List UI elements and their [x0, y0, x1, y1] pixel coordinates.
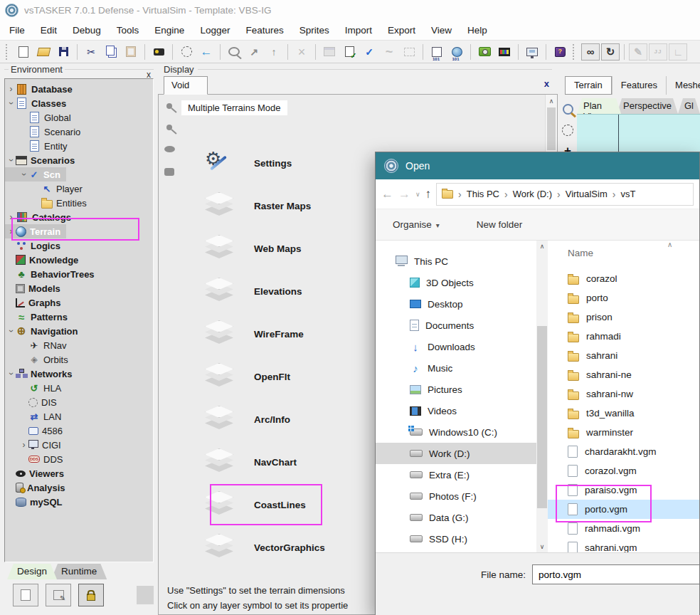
tab-plan-view[interactable]: Plan View [577, 98, 621, 114]
tree-item-hla[interactable]: HLA [5, 381, 67, 395]
menu-sprites[interactable]: Sprites [292, 22, 337, 38]
layers-icon[interactable] [203, 320, 235, 347]
tree-item-cigi[interactable]: › CIGI [5, 438, 67, 452]
world-code-icon[interactable] [447, 43, 466, 61]
new-item-button[interactable] [13, 584, 38, 606]
delete-icon[interactable]: × [292, 43, 311, 61]
tree-item-behaviortrees[interactable]: BehaviorTrees [5, 267, 100, 281]
tree-item-scenarios[interactable]: › Scenarios [5, 153, 80, 167]
layers-icon[interactable] [203, 534, 235, 561]
nav-data-g[interactable]: Data (G:) [376, 507, 536, 528]
tree-item-scenario[interactable]: Scenario [5, 125, 86, 139]
layers-icon[interactable] [203, 235, 235, 262]
paste-icon[interactable] [122, 43, 140, 61]
selection-box-icon[interactable] [400, 43, 418, 61]
file-item-corazol[interactable]: corazol [548, 269, 699, 288]
column-header-name[interactable]: Name [568, 248, 593, 258]
sort-ascending-icon[interactable]: ∧ [667, 241, 672, 248]
scrollbar-thumb[interactable] [547, 107, 556, 150]
nav-documents[interactable]: Documents [376, 315, 536, 336]
up-icon[interactable]: ↑ [265, 43, 283, 61]
scrollbar-thumb[interactable] [537, 326, 547, 508]
nav-ssd-h[interactable]: SSD (H:) [376, 528, 536, 550]
tree-item-entities[interactable]: Entities [5, 196, 92, 210]
nav-videos[interactable]: Videos [376, 400, 536, 421]
shape-tool-icon[interactable] [164, 168, 174, 176]
tab-runtime[interactable]: Runtime [51, 564, 107, 579]
signal-icon[interactable]: ~ [380, 43, 398, 61]
tab-features[interactable]: Features [612, 76, 666, 95]
refresh-icon[interactable] [177, 43, 196, 61]
presentation-icon[interactable] [523, 43, 541, 61]
layer-arcinfo[interactable]: Arc/Info [203, 398, 325, 441]
rotate-icon[interactable] [562, 125, 573, 136]
menu-logger[interactable]: Logger [192, 22, 238, 38]
file-item-t3d-wanilla[interactable]: t3d_wanilla [548, 404, 699, 423]
help-book-icon[interactable] [551, 43, 569, 61]
menu-view[interactable]: View [423, 22, 460, 38]
file-item-rahmadi[interactable]: rahmadi [548, 327, 699, 346]
tree-item-mysql[interactable]: mySQL [5, 495, 68, 509]
menu-features[interactable]: Features [238, 22, 291, 38]
validate-doc-icon[interactable] [340, 43, 359, 61]
scroll-up-icon[interactable]: ∧ [536, 243, 548, 250]
corner-icon[interactable]: ∟ [669, 43, 687, 61]
layer-settings[interactable]: Settings [203, 142, 325, 184]
file-item-sahrani[interactable]: sahrani [548, 346, 699, 365]
crumb-this-pc[interactable]: This PC [456, 189, 499, 200]
tree-item-models[interactable]: Models [5, 281, 66, 295]
menu-import[interactable]: Import [337, 22, 380, 38]
layer-wireframe[interactable]: WireFrame [203, 312, 325, 355]
layers-icon[interactable] [203, 491, 235, 518]
layers-icon[interactable] [203, 406, 235, 433]
tree-item-analysis[interactable]: Analysis [5, 480, 70, 495]
nav-3d-objects[interactable]: 3D Objects [376, 272, 536, 293]
menu-export[interactable]: Export [380, 22, 423, 38]
lasso-icon[interactable] [225, 43, 243, 61]
crumb-virtualsim[interactable]: VirtualSim [555, 189, 608, 200]
layer-elevations[interactable]: Elevations [203, 270, 325, 312]
back-icon[interactable]: ← [197, 43, 216, 61]
breadcrumb[interactable]: This PCWork (D:)VirtualSimvsT [436, 183, 694, 206]
file-item-paraiso-vgm[interactable]: paraiso.vgm [548, 480, 699, 500]
open-file-icon[interactable] [34, 43, 53, 61]
layers-icon[interactable] [203, 363, 235, 390]
tab-meshes[interactable]: Meshes [666, 76, 700, 95]
tree-item-knowledge[interactable]: Knowledge [5, 253, 84, 267]
layers-icon[interactable] [203, 278, 235, 305]
tree-item-lan[interactable]: LAN [5, 409, 67, 424]
tab-void[interactable]: Void [164, 76, 208, 95]
tree-item-global[interactable]: Global [5, 110, 77, 125]
tree-item-orbits[interactable]: Orbits [5, 352, 74, 367]
reload-icon[interactable]: ↻ [601, 43, 620, 61]
tree-item-viewers[interactable]: Viewers [5, 466, 70, 480]
tree-item-navigation[interactable]: › Navigation [5, 324, 83, 338]
layer-vectorgraphics[interactable]: VectorGraphics [203, 526, 325, 569]
tree-item-player[interactable]: Player [5, 182, 88, 196]
close-icon[interactable]: x [544, 78, 549, 89]
tab-terrain[interactable]: Terrain [565, 76, 612, 95]
layer-coastlines[interactable]: CoastLines [203, 483, 325, 526]
tree-item-dis[interactable]: DIS [5, 395, 63, 409]
tree-item-classes[interactable]: › Classes [5, 96, 72, 110]
tree-item-4586[interactable]: 4586 [5, 424, 68, 438]
copy-icon[interactable] [102, 43, 120, 61]
lock-button[interactable] [78, 584, 104, 606]
layer-navchart[interactable]: NavChart [203, 441, 325, 483]
file-item-prison[interactable]: prison [548, 308, 699, 327]
file-item-corazol-vgm[interactable]: corazol.vgm [548, 461, 699, 480]
camera-icon[interactable] [475, 43, 494, 61]
menu-engine[interactable]: Engine [147, 22, 192, 38]
settings-icon[interactable] [203, 149, 235, 177]
menu-file[interactable]: File [1, 22, 33, 38]
layer-web-maps[interactable]: Web Maps [203, 227, 325, 270]
file-item-porto-vgm[interactable]: porto.vgm [548, 500, 699, 519]
nav-this-pc[interactable]: This PC [376, 251, 536, 272]
nav-music[interactable]: Music [376, 357, 536, 379]
tree-item-logics[interactable]: Logics [5, 238, 66, 253]
layer-raster-maps[interactable]: Raster Maps [203, 184, 325, 227]
layers-icon[interactable] [203, 448, 235, 475]
save-icon[interactable] [54, 43, 73, 61]
pin-tool-icon[interactable] [166, 125, 172, 130]
probe-tool-icon[interactable] [166, 103, 172, 109]
